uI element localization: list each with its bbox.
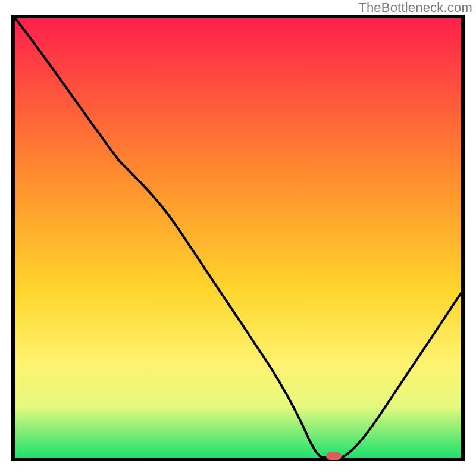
plot-area [13,17,463,460]
minimum-marker [326,452,342,460]
bottleneck-chart [0,0,476,476]
chart-container: TheBottleneck.com [0,0,476,476]
attribution-label: TheBottleneck.com [358,0,472,15]
